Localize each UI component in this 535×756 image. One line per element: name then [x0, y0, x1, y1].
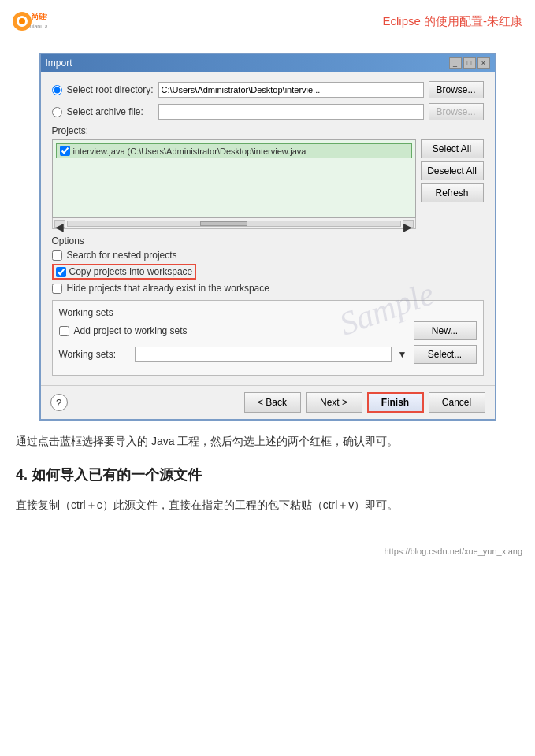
projects-buttons: Select All Deselect All Refresh — [421, 139, 484, 229]
dialog-close-btn[interactable]: × — [477, 57, 490, 69]
archive-file-input[interactable] — [158, 104, 424, 120]
projects-list: interview.java (C:\Users\Administrator\D… — [52, 139, 416, 218]
section4-heading-text: 4. 如何导入已有的一个源文件 — [16, 467, 202, 483]
scrollbar-track[interactable] — [67, 220, 401, 227]
archive-file-row: Select archive file: Browse... — [52, 103, 484, 120]
select-btn[interactable]: Select... — [414, 345, 477, 364]
scroll-right-btn[interactable]: ▶ — [403, 220, 414, 228]
import-dialog: Import _ □ × Select root directory: Brow… — [39, 53, 496, 421]
svg-point-2 — [19, 18, 25, 24]
copy-projects-row: Copy projects into workspace — [52, 264, 484, 280]
header-title: Eclipse 的使用配置-朱红康 — [382, 14, 522, 29]
hide-projects-checkbox[interactable] — [52, 284, 62, 294]
options-section: Options Search for nested projects Copy … — [52, 235, 484, 294]
browse-root-btn[interactable]: Browse... — [429, 81, 484, 98]
browse-archive-btn[interactable]: Browse... — [429, 103, 484, 120]
project-item-label: interview.java (C:\Users\Administrator\D… — [73, 146, 307, 156]
search-nested-row: Search for nested projects — [52, 250, 484, 261]
projects-label: Projects: — [52, 125, 484, 136]
section4-body: 直接复制（ctrl＋c）此源文件，直接在指定的工程的包下粘贴（ctrl＋v）即可… — [16, 495, 519, 515]
add-project-row: Add project to working sets New... — [59, 321, 477, 340]
main-content: Import _ □ × Select root directory: Brow… — [0, 43, 535, 524]
logo-area: 尚硅谷 uianu.atguigu.com — [13, 6, 47, 36]
desc-text-1: 通过点击蓝框选择要导入的 Java 工程，然后勾选上述的两个红框，确认即可。 — [16, 432, 519, 451]
scrollbar-area: ◀ ▶ — [52, 218, 416, 229]
options-label: Options — [52, 235, 484, 246]
help-icon[interactable]: ? — [50, 394, 68, 411]
root-directory-input[interactable] — [158, 82, 424, 98]
page-header: 尚硅谷 uianu.atguigu.com Eclipse 的使用配置-朱红康 — [0, 0, 535, 43]
copy-projects-checkbox[interactable] — [56, 267, 66, 277]
dialog-controls: _ □ × — [449, 57, 490, 69]
finish-btn[interactable]: Finish — [367, 392, 424, 413]
deselect-all-btn[interactable]: Deselect All — [421, 161, 484, 180]
root-directory-row: Select root directory: Browse... — [52, 81, 484, 98]
project-checkbox[interactable] — [60, 146, 70, 156]
search-nested-checkbox[interactable] — [52, 250, 62, 261]
archive-file-radio[interactable] — [52, 107, 62, 117]
dialog-minimize-btn[interactable]: _ — [449, 57, 462, 69]
archive-file-label: Select archive file: — [67, 106, 154, 117]
dialog-body: Select root directory: Browse... Select … — [41, 72, 495, 385]
projects-area: interview.java (C:\Users\Administrator\D… — [52, 139, 484, 229]
section4-heading: 4. 如何导入已有的一个源文件 — [16, 465, 519, 484]
copy-projects-label: Copy projects into workspace — [69, 266, 193, 277]
root-directory-radio[interactable] — [52, 85, 62, 95]
search-nested-label: Search for nested projects — [67, 250, 177, 261]
add-project-checkbox[interactable] — [59, 326, 69, 336]
scroll-left-btn[interactable]: ◀ — [54, 220, 65, 228]
working-sets-input[interactable] — [135, 346, 392, 362]
svg-text:尚硅谷: 尚硅谷 — [32, 13, 47, 20]
dialog-titlebar: Import _ □ × — [41, 54, 495, 72]
select-all-btn[interactable]: Select All — [421, 139, 484, 158]
root-directory-label: Select root directory: — [67, 84, 154, 95]
footer-url: https://blog.csdn.net/xue_yun_xiang — [384, 547, 522, 556]
dialog-footer: ? < Back Next > Finish Cancel — [41, 385, 495, 419]
working-sets-label: Working sets — [59, 307, 477, 318]
working-sets-section: Working sets Add project to working sets… — [52, 300, 484, 376]
new-btn[interactable]: New... — [414, 321, 477, 340]
add-project-label: Add project to working sets — [74, 325, 188, 336]
back-btn[interactable]: < Back — [244, 392, 301, 413]
ws-dropdown-arrow: ▼ — [398, 349, 407, 360]
working-sets-field-label: Working sets: — [59, 349, 130, 360]
hide-projects-label: Hide projects that already exist in the … — [67, 283, 269, 294]
logo-icon: 尚硅谷 uianu.atguigu.com — [13, 6, 47, 36]
working-sets-input-row: Working sets: ▼ Select... — [59, 345, 477, 364]
page-footer: https://blog.csdn.net/xue_yun_xiang — [0, 540, 535, 562]
dialog-maximize-btn[interactable]: □ — [463, 57, 476, 69]
scrollbar-thumb[interactable] — [200, 221, 247, 226]
svg-text:uianu.atguigu.com: uianu.atguigu.com — [30, 24, 47, 30]
hide-projects-row: Hide projects that already exist in the … — [52, 283, 484, 294]
copy-projects-highlight: Copy projects into workspace — [52, 264, 197, 280]
project-item: interview.java (C:\Users\Administrator\D… — [56, 143, 412, 158]
next-btn[interactable]: Next > — [306, 392, 362, 413]
dialog-title: Import — [46, 57, 72, 69]
cancel-btn[interactable]: Cancel — [429, 392, 485, 413]
refresh-btn[interactable]: Refresh — [421, 183, 484, 202]
